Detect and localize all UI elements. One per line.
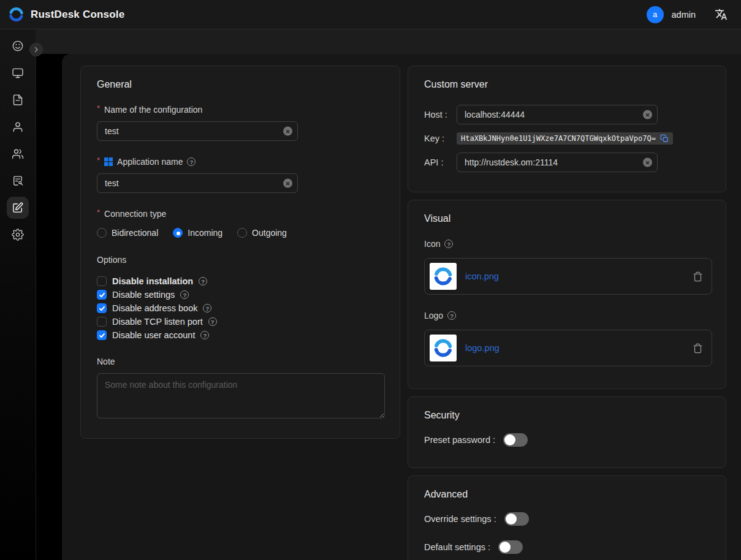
help-icon[interactable] bbox=[444, 240, 453, 248]
checkbox-box[interactable] bbox=[97, 303, 107, 313]
note-label: Note bbox=[97, 357, 384, 366]
preset-password-label: Preset password : bbox=[424, 435, 495, 445]
smile-icon bbox=[12, 40, 24, 52]
icon-file-link[interactable]: icon.png bbox=[465, 271, 499, 281]
note-textarea[interactable] bbox=[97, 373, 385, 418]
server-key-value: HtaXBkJNHyn0e1U1jWXze7A7CN7QTGWqxkOtpaVp… bbox=[457, 132, 673, 145]
settings-gear-icon bbox=[12, 229, 24, 241]
checkbox-disable-tcp-listen-port[interactable]: Disable TCP listen port bbox=[97, 315, 384, 328]
radio-dot bbox=[97, 228, 107, 238]
logo-file-row: logo.png bbox=[424, 330, 712, 366]
sidebar-item-settings[interactable] bbox=[7, 224, 29, 246]
application-name-input[interactable] bbox=[97, 173, 298, 193]
user-name[interactable]: admin bbox=[672, 10, 696, 20]
help-icon[interactable] bbox=[180, 290, 189, 299]
sidebar-item-groups[interactable] bbox=[7, 143, 29, 165]
checkbox-box[interactable] bbox=[97, 290, 107, 300]
override-settings-label: Override settings : bbox=[424, 514, 496, 524]
user-avatar[interactable]: a bbox=[647, 6, 664, 23]
application-name-label: * Application name bbox=[97, 157, 384, 167]
preset-password-toggle[interactable] bbox=[503, 433, 528, 447]
host-input[interactable] bbox=[457, 105, 658, 124]
sidebar-item-sessions[interactable] bbox=[7, 89, 29, 111]
security-title: Security bbox=[424, 410, 710, 421]
default-settings-toggle[interactable] bbox=[498, 540, 523, 554]
radio-incoming[interactable]: Incoming bbox=[173, 228, 222, 238]
clear-input-icon[interactable] bbox=[283, 179, 292, 188]
sidebar bbox=[0, 29, 36, 560]
config-name-label: * Name of the configuration bbox=[97, 105, 384, 115]
checkbox-label: Disable user account bbox=[112, 330, 195, 340]
help-icon[interactable] bbox=[200, 331, 209, 339]
advanced-card: Advanced Override settings : Default set… bbox=[408, 475, 726, 560]
clear-input-icon[interactable] bbox=[643, 110, 652, 119]
api-input[interactable] bbox=[457, 153, 658, 172]
api-label: API : bbox=[424, 157, 457, 167]
translate-icon[interactable] bbox=[715, 8, 728, 21]
checkbox-box[interactable] bbox=[97, 276, 107, 286]
radio-bidirectional[interactable]: Bidirectional bbox=[97, 228, 158, 238]
checkbox-label: Disable installation bbox=[112, 276, 193, 286]
visual-card: Visual Icon icon.png Logo bbox=[408, 200, 726, 389]
checkbox-disable-installation[interactable]: Disable installation bbox=[97, 274, 384, 288]
user-icon bbox=[12, 121, 24, 133]
logo-label: Logo bbox=[424, 311, 710, 320]
key-label: Key : bbox=[424, 134, 457, 143]
required-asterisk: * bbox=[97, 157, 100, 164]
help-icon[interactable] bbox=[447, 311, 456, 320]
checkbox-box[interactable] bbox=[97, 330, 107, 340]
checkbox-label: Disable address book bbox=[112, 303, 197, 313]
copy-icon[interactable] bbox=[660, 134, 669, 143]
checkbox-disable-settings[interactable]: Disable settings bbox=[97, 288, 384, 301]
sidebar-item-audit[interactable] bbox=[7, 170, 29, 192]
help-icon[interactable] bbox=[199, 277, 207, 286]
logo-file-thumbnail bbox=[430, 335, 457, 361]
checkbox-disable-address-book[interactable]: Disable address book bbox=[97, 301, 384, 315]
rustdesk-logo-icon bbox=[8, 6, 25, 23]
sidebar-item-devices[interactable] bbox=[7, 62, 29, 84]
audit-log-icon bbox=[12, 175, 24, 187]
logo-file-link[interactable]: logo.png bbox=[465, 343, 500, 353]
connection-type-label: * Connection type bbox=[97, 209, 384, 219]
host-label: Host : bbox=[424, 110, 457, 119]
rustdesk-logo-icon bbox=[433, 266, 454, 287]
checkbox-label: Disable TCP listen port bbox=[112, 317, 203, 327]
custom-server-title: Custom server bbox=[424, 79, 710, 90]
checkbox-label: Disable settings bbox=[112, 290, 175, 300]
sidebar-item-overview[interactable] bbox=[7, 35, 29, 57]
trash-icon[interactable] bbox=[693, 271, 703, 282]
help-icon[interactable] bbox=[208, 317, 217, 326]
help-icon[interactable] bbox=[187, 157, 196, 166]
radio-outgoing[interactable]: Outgoing bbox=[237, 228, 287, 238]
chevron-right-icon bbox=[32, 46, 40, 53]
general-card-title: General bbox=[97, 79, 384, 90]
required-asterisk: * bbox=[97, 210, 100, 216]
checkbox-disable-user-account[interactable]: Disable user account bbox=[97, 328, 384, 342]
edit-square-icon bbox=[12, 202, 24, 214]
required-asterisk: * bbox=[97, 105, 100, 112]
content-panel: General * Name of the configuration * Ap… bbox=[62, 54, 741, 560]
app-title: RustDesk Console bbox=[31, 9, 124, 21]
help-icon[interactable] bbox=[203, 304, 211, 312]
clear-input-icon[interactable] bbox=[643, 158, 652, 167]
checkbox-box[interactable] bbox=[97, 317, 107, 327]
users-icon bbox=[12, 148, 24, 160]
app-bar: RustDesk Console a admin bbox=[0, 0, 741, 29]
advanced-title: Advanced bbox=[424, 489, 710, 500]
sidebar-item-custom-clients[interactable] bbox=[7, 197, 29, 219]
config-name-input[interactable] bbox=[97, 121, 298, 141]
trash-icon[interactable] bbox=[693, 343, 703, 354]
icon-label: Icon bbox=[424, 239, 710, 249]
security-card: Security Preset password : bbox=[408, 396, 726, 468]
document-icon bbox=[12, 94, 24, 106]
radio-dot bbox=[173, 228, 183, 238]
main-content: General * Name of the configuration * Ap… bbox=[36, 29, 741, 560]
rustdesk-logo-icon bbox=[433, 338, 454, 358]
sidebar-item-users[interactable] bbox=[7, 116, 29, 138]
icon-file-row: icon.png bbox=[424, 258, 712, 295]
override-settings-toggle[interactable] bbox=[504, 512, 529, 526]
sidebar-expand-button[interactable] bbox=[29, 43, 43, 56]
visual-title: Visual bbox=[424, 213, 710, 224]
default-settings-label: Default settings : bbox=[424, 542, 490, 552]
clear-input-icon[interactable] bbox=[283, 127, 292, 136]
